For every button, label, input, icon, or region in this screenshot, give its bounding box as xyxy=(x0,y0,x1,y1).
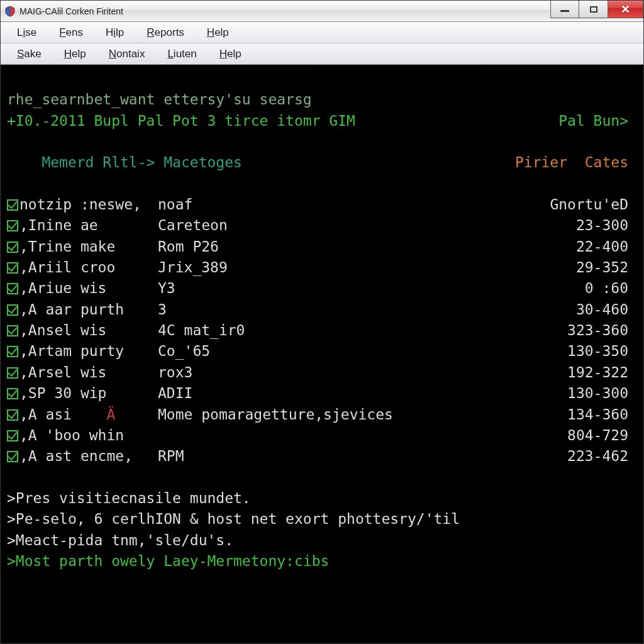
minimize-icon xyxy=(560,10,569,12)
list-item: ,A 'boo whin804-729 xyxy=(7,425,635,446)
row-col2: noaf xyxy=(158,194,192,215)
row-col1: ,A aar purth xyxy=(19,299,158,320)
check-icon xyxy=(7,242,18,253)
check-icon xyxy=(7,409,18,421)
maximize-button[interactable] xyxy=(579,1,608,18)
row-value: 223-462 xyxy=(567,446,635,467)
list-item: ,Arsel wisrox3192-322 xyxy=(7,362,635,383)
check-icon xyxy=(7,430,18,441)
row-col2: Careteon xyxy=(158,215,228,236)
window-controls: ✕ xyxy=(550,1,643,21)
row-col1: ,A 'boo whin xyxy=(19,425,158,446)
check-icon xyxy=(7,346,18,357)
row-col1: ,A asi Ä xyxy=(19,404,158,425)
row-col1: ,A ast encme, xyxy=(19,446,158,467)
check-icon xyxy=(7,388,18,399)
menu2-item-4[interactable]: Help xyxy=(208,45,253,63)
row-col1: ,Artam purty xyxy=(19,341,158,362)
terminal-line: >Pe-selo, 6 cerlhION & host net exort ph… xyxy=(7,511,460,527)
terminal[interactable]: rhe_searnbet_want ettersy'su searsg +I0.… xyxy=(1,65,643,643)
list-item: ,Ariil crooJrix_38929-352 xyxy=(7,257,635,278)
check-icon xyxy=(7,304,18,316)
row-col1: notzip :neswe, xyxy=(19,194,158,215)
row-col2: Jrix_389 xyxy=(158,257,228,278)
column-header: Pirier xyxy=(515,154,567,170)
list-item: ,Artam purtyCo_'65130-350 xyxy=(7,341,635,362)
row-value: Gnortu'eD xyxy=(550,194,635,215)
menu1-item-2[interactable]: Hilp xyxy=(94,24,135,42)
row-col1: ,Ansel wis xyxy=(19,320,158,341)
menu1-item-1[interactable]: Fens xyxy=(48,24,94,42)
terminal-line: >Pres visitiecnasile mundet. xyxy=(7,490,251,506)
check-icon xyxy=(7,283,18,294)
menu2-item-0[interactable]: Sake xyxy=(6,45,53,63)
menubar-primary: LiseFensHilpReportsHelp xyxy=(1,22,643,43)
row-value: 130-350 xyxy=(567,341,635,362)
check-icon xyxy=(7,325,18,336)
row-value: 22-400 xyxy=(576,236,635,257)
menubar-secondary: SakeHelpNontaixLiutenHelp xyxy=(1,43,643,65)
list-item: ,Ansel wis4C mat_ir0323-360 xyxy=(7,320,635,341)
row-value: 29-352 xyxy=(576,257,635,278)
check-icon xyxy=(7,199,18,211)
row-col2: Co_'65 xyxy=(158,341,210,362)
menu2-item-3[interactable]: Liuten xyxy=(156,45,208,63)
row-col2: ADII xyxy=(158,383,192,404)
menu2-item-1[interactable]: Help xyxy=(53,45,97,63)
list-item: ,A ast encme,RPM223-462 xyxy=(7,446,635,467)
maximize-icon xyxy=(590,6,597,13)
terminal-header-right: Pal Bun> xyxy=(558,111,635,131)
list-item: ,Inine aeCareteon23-300 xyxy=(7,215,635,236)
row-col2: 3 xyxy=(158,299,167,320)
row-col1: ,Trine make xyxy=(19,236,158,257)
minimize-button[interactable] xyxy=(550,1,579,18)
terminal-line: >Most parth owely Laey-Mermetony:cibs xyxy=(7,553,329,569)
list-item: ,A aar purth330-460 xyxy=(7,299,635,320)
menu1-item-4[interactable]: Help xyxy=(196,24,240,42)
row-col2: Mome pomaragetture,sjevices xyxy=(158,404,393,425)
row-col1: ,Ariil croo xyxy=(19,257,158,278)
close-button[interactable]: ✕ xyxy=(608,1,643,18)
list-item: notzip :neswe,noafGnortu'eD xyxy=(7,194,635,215)
row-col2: 4C mat_ir0 xyxy=(158,320,245,341)
check-icon xyxy=(7,220,18,231)
terminal-line: >Meact-pida tnm,'sle/du's. xyxy=(7,532,233,548)
window-title: MAIG-CAlil Corken Firitent xyxy=(19,6,123,16)
menu1-item-3[interactable]: Reports xyxy=(135,24,196,42)
row-col2: Rom P26 xyxy=(158,236,219,257)
row-col2: Y3 xyxy=(158,278,175,299)
list-item: ,Ariue wisY30 :60 xyxy=(7,278,635,299)
row-col1: ,Inine ae xyxy=(19,215,158,236)
row-col2: RPM xyxy=(158,446,184,467)
list-item: ,Trine makeRom P2622-400 xyxy=(7,236,635,257)
close-icon: ✕ xyxy=(621,3,630,16)
list-item: ,SP 30 wipADII130-300 xyxy=(7,383,635,404)
menu2-item-2[interactable]: Nontaix xyxy=(97,45,157,63)
row-value: 23-300 xyxy=(576,215,635,236)
terminal-line: Memerd Rltl-> Macetoges xyxy=(7,152,242,173)
terminal-line: +I0.-2011 Bupl Pal Pot 3 tirce itomr GIM xyxy=(7,111,355,131)
row-col1: ,Arsel wis xyxy=(19,362,158,383)
glyph-icon: Ä xyxy=(106,406,115,423)
row-col2: rox3 xyxy=(158,362,192,383)
check-icon xyxy=(7,451,18,462)
row-value: 0 :60 xyxy=(585,278,635,299)
list-item: ,A asi ÄMome pomaragetture,sjevices134-3… xyxy=(7,404,635,425)
row-value: 323-360 xyxy=(567,320,635,341)
row-value: 130-300 xyxy=(567,383,635,404)
menu1-item-0[interactable]: Lise xyxy=(6,24,48,42)
row-value: 134-360 xyxy=(567,404,635,425)
terminal-line: rhe_searnbet_want ettersy'su searsg xyxy=(7,91,312,108)
check-icon xyxy=(7,367,18,379)
row-col1: ,Ariue wis xyxy=(19,278,158,299)
row-value: 192-322 xyxy=(567,362,635,383)
row-value: 30-460 xyxy=(576,299,635,320)
app-icon xyxy=(4,6,16,17)
row-value: 804-729 xyxy=(567,425,635,446)
row-col1: ,SP 30 wip xyxy=(19,383,158,404)
column-header: Cates xyxy=(585,154,628,170)
titlebar: MAIG-CAlil Corken Firitent ✕ xyxy=(1,1,643,22)
app-window: MAIG-CAlil Corken Firitent ✕ LiseFensHil… xyxy=(0,0,644,644)
check-icon xyxy=(7,262,18,274)
